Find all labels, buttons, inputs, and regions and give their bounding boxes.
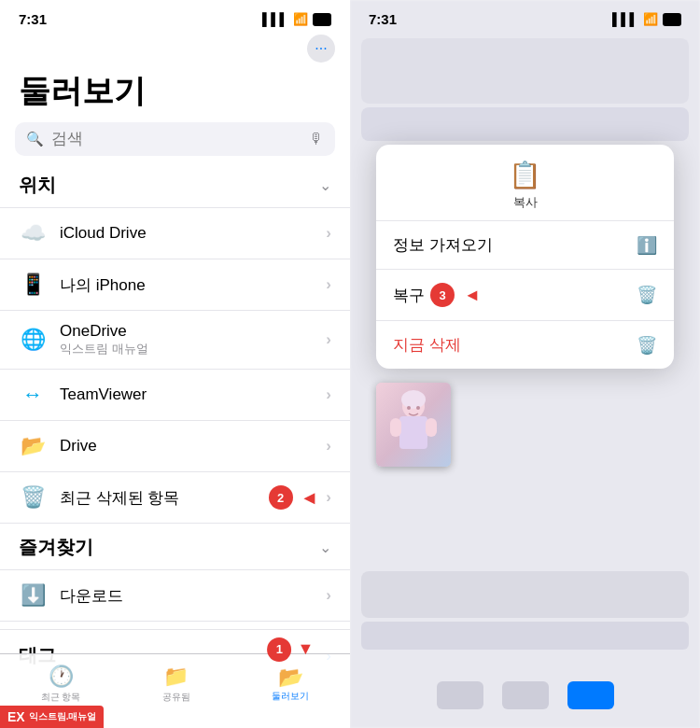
svg-rect-4 [390,418,401,437]
onedrive-label: OneDrive [60,322,326,341]
info-icon: ℹ️ [637,235,657,256]
recents-label: 최근 항목 [41,691,81,704]
microphone-icon[interactable]: 🎙 [309,131,324,147]
page-title: 둘러보기 [0,66,350,122]
left-panel: 7:31 ▌▌▌ 📶 85 ··· 둘러보기 🔍 🎙 위치 ⌄ ☁️ iClou… [0,0,350,728]
teamviewer-label: TeamViewer [60,385,326,404]
wifi-icon: 📶 [293,12,308,26]
context-menu-header: 📋 복사 [376,145,674,221]
step2-badge: 2 [269,485,293,510]
right-battery-icon: 85 [663,13,681,26]
restore-menu-item[interactable]: 복구 3 ◄ 🗑️ [376,270,674,321]
svg-point-2 [401,390,426,409]
left-arrow-icon: ◄ [301,487,319,509]
browse-label: 둘러보기 [272,690,309,703]
download-icon: ⬇️ [19,581,47,609]
down-arrow-icon: ▼ [297,639,314,659]
iphone-content: 나의 iPhone [60,274,326,296]
right-time: 7:31 [369,11,397,27]
search-icon: 🔍 [26,131,44,147]
search-bar[interactable]: 🔍 🎙 [15,122,335,156]
header-row: ··· [0,31,350,66]
favorites-list: ⬇️ 다운로드 › [0,569,350,622]
get-info-label: 정보 가져오기 [393,234,493,256]
iphone-label: 나의 iPhone [60,274,326,296]
location-list: ☁️ iCloud Drive › 📱 나의 iPhone › 🌐 OneDri… [0,207,350,524]
svg-point-7 [416,406,420,410]
chevron-right-icon: › [326,224,331,243]
thumbnail-image [376,383,451,467]
right-panel: 7:31 ▌▌▌ 📶 85 📋 복사 정보 가져오기 ℹ️ 복구 3 ◄ [350,0,700,728]
chevron-right-icon: › [326,586,331,605]
get-info-menu-item[interactable]: 정보 가져오기 ℹ️ [376,221,674,270]
iphone-icon: 📱 [19,271,47,299]
svg-rect-5 [426,418,437,437]
delete-now-menu-item[interactable]: 지금 삭제 🗑️ [376,321,674,369]
restore-label: 복구 [393,285,425,306]
location-label: 위치 [19,173,56,198]
downloads-content: 다운로드 [60,585,326,607]
bottom-blurred-area [350,567,700,653]
shared-icon: 📁 [163,665,189,689]
step3-badge: 3 [430,283,455,307]
more-options-button[interactable]: ··· [307,35,335,63]
location-section-header: 위치 ⌄ [0,169,350,202]
drive-icon: 📂 [19,432,47,460]
copy-icon: 📋 [509,160,541,190]
bottom-action-2 [502,681,549,709]
signal-icon: ▌▌▌ [262,12,288,26]
list-item[interactable]: 🌐 OneDrive 익스트림 매뉴얼 › [0,311,350,370]
right-status-bar: 7:31 ▌▌▌ 📶 85 [350,0,700,31]
chevron-right-icon: › [326,275,331,294]
copy-label: 복사 [513,194,538,211]
favorites-chevron-icon[interactable]: ⌄ [319,539,331,556]
restore-trash-icon: 🗑️ [637,285,657,305]
list-item[interactable]: 📱 나의 iPhone › [0,259,350,311]
trash-icon: 🗑️ [19,483,47,511]
restore-left-arrow-icon: ◄ [464,286,481,305]
tab-browse[interactable]: 1 ▼ 📂 둘러보기 [272,665,309,703]
downloads-label: 다운로드 [60,585,326,607]
list-item[interactable]: 🗑️ 최근 삭제된 항목 2 ◄ › [0,472,350,524]
step1-badge: 1 [267,637,291,662]
list-item[interactable]: ↔️ TeamViewer › [0,370,350,421]
bottom-action-1 [437,681,483,709]
left-status-icons: ▌▌▌ 📶 85 [262,12,331,26]
list-item[interactable]: ☁️ iCloud Drive › [0,207,350,259]
blurred-header [361,38,689,104]
right-signal-icon: ▌▌▌ [612,12,638,26]
search-input[interactable] [51,130,301,148]
onedrive-subtitle: 익스트림 매뉴얼 [60,341,326,357]
delete-now-label: 지금 삭제 [393,334,461,356]
chevron-right-icon: › [326,330,331,349]
tab-shared[interactable]: 📁 공유됨 [162,665,190,704]
delete-trash-icon: 🗑️ [637,335,657,356]
tab-recents[interactable]: 🕐 최근 항목 [41,665,81,704]
browse-icon: 📂 [278,665,303,690]
left-time: 7:31 [19,11,47,27]
onedrive-content: OneDrive 익스트림 매뉴얼 [60,322,326,357]
icloud-icon: ☁️ [19,219,47,247]
drive-label: Drive [60,437,326,455]
right-status-icons: ▌▌▌ 📶 85 [612,12,681,26]
recents-icon: 🕐 [49,665,74,689]
teamviewer-content: TeamViewer [60,385,326,404]
list-item[interactable]: ⬇️ 다운로드 › [0,569,350,622]
icloud-drive-content: iCloud Drive [60,224,326,243]
chevron-right-icon: › [326,488,331,507]
step1-container: 1 ▼ [267,637,314,662]
icloud-drive-label: iCloud Drive [60,224,326,243]
shared-label: 공유됨 [162,691,190,704]
logo-brand-text: 익스트림.매뉴얼 [29,710,97,723]
drive-content: Drive [60,437,326,455]
recently-deleted-content: 최근 삭제된 항목 [60,487,269,509]
battery-icon: 85 [313,13,331,26]
location-chevron-icon[interactable]: ⌄ [319,176,331,194]
svg-point-6 [407,406,411,410]
right-wifi-icon: 📶 [643,12,658,26]
favorites-label: 즐겨찾기 [19,535,93,560]
list-item[interactable]: 📂 Drive › [0,421,350,472]
recently-deleted-label: 최근 삭제된 항목 [60,487,269,509]
bottom-primary-action[interactable] [567,681,614,709]
teamviewer-icon: ↔️ [19,381,47,409]
